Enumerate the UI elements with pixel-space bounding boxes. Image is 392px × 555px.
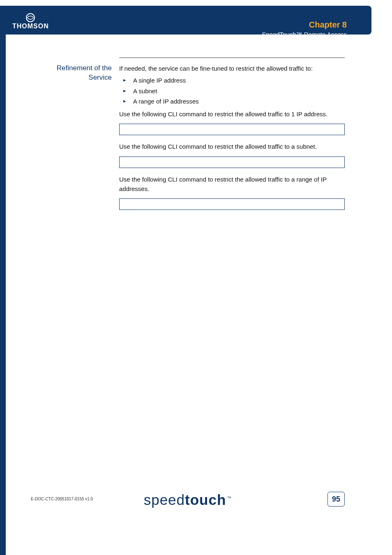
chapter-title: Chapter 8 bbox=[262, 20, 347, 30]
cli-instruction-2: Use the following CLI command to restric… bbox=[119, 142, 345, 151]
cli-box-1 bbox=[119, 124, 345, 135]
speedtouch-brand: speedtouch™ bbox=[144, 492, 232, 508]
header-right: Chapter 8 SpeedTouch™ Remote Access bbox=[262, 20, 347, 38]
brand-light: speed bbox=[144, 492, 185, 508]
footer: E-DOC-CTC-20051017-0155 v1.0 speedtouch™… bbox=[31, 489, 345, 510]
brand-bold: touch bbox=[185, 492, 226, 508]
cli-box-2 bbox=[119, 157, 345, 168]
left-blue-strip bbox=[0, 6, 6, 555]
bullet-item: A single IP address bbox=[119, 76, 345, 85]
thomson-globe-icon bbox=[26, 13, 35, 22]
cli-box-3 bbox=[119, 198, 345, 210]
section-refinement: Refinement of the Service If needed, the… bbox=[49, 64, 345, 216]
thomson-logo: THOMSON bbox=[12, 13, 49, 30]
bullet-item: A subnet bbox=[119, 86, 345, 96]
content-area: Refinement of the Service If needed, the… bbox=[49, 58, 345, 216]
edoc-number: E-DOC-CTC-20051017-0155 v1.0 bbox=[31, 497, 93, 501]
section-body: If needed, the service can be fine-tuned… bbox=[119, 64, 345, 216]
bullet-list: A single IP address A subnet A range of … bbox=[119, 76, 345, 106]
thomson-logo-text: THOMSON bbox=[12, 23, 49, 30]
intro-text: If needed, the service can be fine-tuned… bbox=[119, 64, 345, 73]
brand-tm: ™ bbox=[227, 495, 232, 500]
page-number: 95 bbox=[327, 492, 345, 507]
section-label: Refinement of the Service bbox=[49, 64, 119, 216]
cli-instruction-1: Use the following CLI command to restric… bbox=[119, 109, 345, 119]
header-bar: THOMSON Chapter 8 SpeedTouch™ Remote Acc… bbox=[0, 6, 371, 35]
bullet-item: A range of IP addresses bbox=[119, 97, 345, 106]
section-rule bbox=[119, 58, 345, 58]
cli-instruction-3: Use the following CLI command to restric… bbox=[119, 175, 345, 194]
chapter-subtitle: SpeedTouch™ Remote Access bbox=[262, 31, 347, 38]
